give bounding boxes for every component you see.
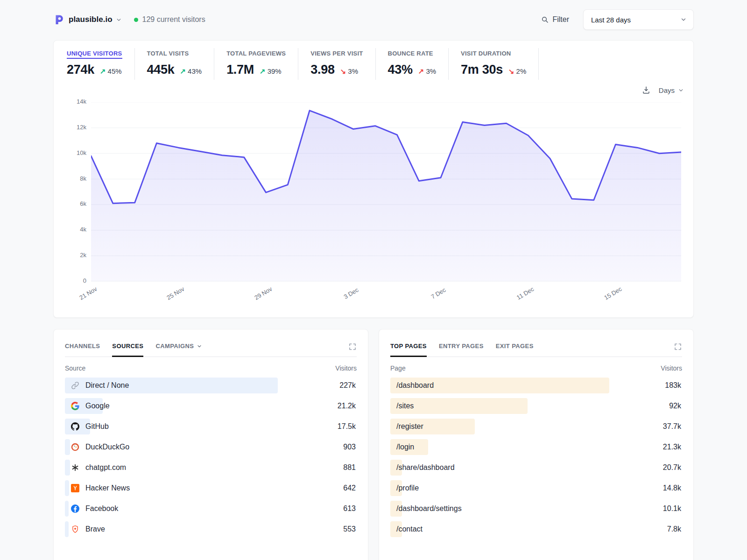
metric-unique-visitors[interactable]: UNIQUE VISITORS274k↗45% [67,48,135,80]
page-row[interactable]: /sites92k [390,398,682,414]
header-right: Filter Last 28 days [541,9,694,30]
source-row[interactable]: Direct / None227k [65,377,357,394]
row-label: Google [65,402,110,410]
tab-label: ENTRY PAGES [439,343,484,350]
row-visitors-value: 613 [343,504,357,513]
page-row[interactable]: /dashboard183k [390,377,682,394]
row-visitors-value: 21.2k [338,402,357,410]
row-label-text: /contact [396,525,423,533]
row-label-text: /dashboard [396,381,434,390]
y-axis-tick: 8k [68,175,86,182]
pages-tabs: TOP PAGESENTRY PAGESEXIT PAGES [390,343,682,357]
page-row[interactable]: /dashboard/settings10.1k [390,500,682,517]
row-visitors-value: 553 [343,525,357,533]
source-row[interactable]: Google21.2k [65,398,357,414]
visitors-chart[interactable]: 21 Nov25 Nov29 Nov3 Dec7 Dec11 Dec15 Dec… [91,102,681,309]
download-icon[interactable] [642,86,650,94]
metric-value: 1.7M [226,63,254,77]
current-visitors-badge[interactable]: 129 current visitors [134,15,205,24]
metric-label: TOTAL VISITS [147,50,189,57]
page-row[interactable]: /share/dashboard20.7k [390,459,682,476]
date-range-value: Last 28 days [591,16,631,24]
sources-tab-sources[interactable]: SOURCES [112,343,143,357]
search-icon [541,16,549,23]
x-axis-tick: 29 Nov [253,285,273,301]
x-axis-tick: 7 Dec [430,286,447,300]
chart-x-axis: 21 Nov25 Nov29 Nov3 Dec7 Dec11 Dec15 Dec [91,281,681,309]
metric-value-row: 274k↗45% [67,63,122,77]
metric-visit-duration[interactable]: VISIT DURATION7m 30s↘2% [449,48,539,80]
interval-label: Days [659,86,675,94]
pages-tab-exit-pages[interactable]: EXIT PAGES [496,343,534,357]
source-row[interactable]: Hacker News642 [65,480,357,497]
metric-total-pageviews[interactable]: TOTAL PAGEVIEWS1.7M↗39% [214,48,298,80]
trend-up-icon: ↗ [100,67,106,76]
page-row[interactable]: /login21.3k [390,439,682,455]
metric-total-visits[interactable]: TOTAL VISITS445k↗43% [135,48,215,80]
row-visitors-value: 881 [343,463,357,472]
current-visitors-label: 129 current visitors [142,15,205,24]
sources-tab-campaigns[interactable]: CAMPAIGNS [155,343,202,357]
tab-label: CAMPAIGNS [155,343,194,350]
filter-button[interactable]: Filter [541,15,569,24]
site-name[interactable]: plausible.io [69,15,113,24]
metric-change: 39% [268,67,282,75]
github-icon [71,422,79,431]
pages-tab-top-pages[interactable]: TOP PAGES [390,343,427,357]
x-axis-tick: 15 Dec [603,285,623,301]
row-label-text: /share/dashboard [396,463,455,472]
row-visitors-value: 7.8k [667,525,682,533]
sources-tab-channels[interactable]: CHANNELS [65,343,100,357]
row-label: chatgpt.com [65,463,126,472]
tab-label: SOURCES [112,343,143,350]
page-column-label: Page [390,364,406,372]
metric-value: 7m 30s [461,63,503,77]
site-switcher-chevron-icon[interactable] [116,17,122,23]
facebook-icon [71,504,79,513]
metric-value-row: 43%↗3% [388,63,437,77]
breakdown-panels: CHANNELSSOURCESCAMPAIGNS Source Visitors… [53,329,694,560]
openai-icon [71,463,79,472]
tab-label: CHANNELS [65,343,100,350]
metric-value: 43% [388,63,413,77]
row-label: /dashboard [390,381,434,390]
metric-value-row: 3.98↘3% [310,63,363,77]
y-axis-tick: 0 [68,277,86,284]
row-label: /contact [390,525,423,533]
chart-canvas[interactable] [91,102,681,281]
row-label: /login [390,443,414,451]
date-range-select[interactable]: Last 28 days [583,9,694,30]
expand-icon[interactable] [674,343,682,351]
row-label: /dashboard/settings [390,504,462,513]
row-label-text: Direct / None [85,381,129,390]
row-visitors-value: 21.3k [663,443,682,451]
source-row[interactable]: DuckDuckGo903 [65,439,357,455]
source-row[interactable]: Facebook613 [65,500,357,517]
y-axis-tick: 4k [68,226,86,233]
link-icon [71,381,79,390]
trend-up-icon: ↗ [418,67,424,76]
trend-up-icon: ↗ [260,67,266,76]
row-label: Direct / None [65,381,129,390]
metric-label: VIEWS PER VISIT [310,50,363,57]
header-left: plausible.io 129 current visitors [53,14,205,25]
row-visitors-value: 17.5k [338,422,357,431]
metric-change: 43% [188,67,202,75]
metric-bounce-rate[interactable]: BOUNCE RATE43%↗3% [376,48,449,80]
pages-tab-entry-pages[interactable]: ENTRY PAGES [439,343,484,357]
source-row[interactable]: GitHub17.5k [65,418,357,435]
row-label: /register [390,422,423,431]
metric-views-per-visit[interactable]: VIEWS PER VISIT3.98↘3% [298,48,375,80]
page-row[interactable]: /register37.7k [390,418,682,435]
expand-icon[interactable] [348,343,357,351]
trend-down-icon: ↘ [508,67,514,76]
interval-select[interactable]: Days [659,86,684,94]
chart-controls: Days [67,84,684,97]
sources-tabs: CHANNELSSOURCESCAMPAIGNS [65,343,357,357]
page-row[interactable]: /contact7.8k [390,521,682,538]
page-row[interactable]: /profile14.8k [390,480,682,497]
row-label: Brave [65,525,105,533]
source-row[interactable]: Brave553 [65,521,357,538]
source-row[interactable]: chatgpt.com881 [65,459,357,476]
brave-icon [71,525,79,533]
